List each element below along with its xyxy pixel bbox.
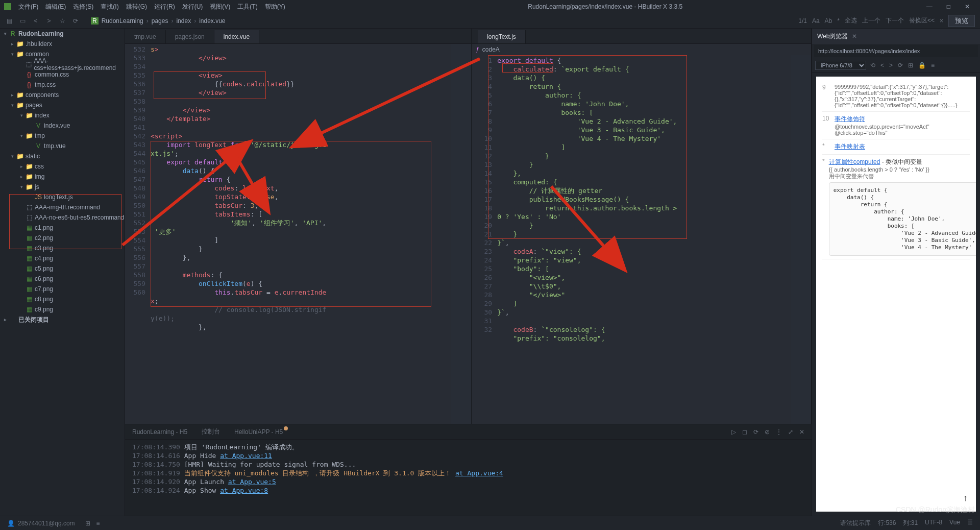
scroll-top-icon[interactable]: ↑ [963, 493, 968, 503]
close-icon[interactable]: ✕ [852, 33, 857, 40]
find-opt[interactable]: Ab [825, 17, 832, 25]
find-opt[interactable]: Aa [812, 17, 820, 25]
device-select[interactable]: iPhone 6/7/8 [815, 61, 866, 70]
phone-frame[interactable]: 999999997992,"detail":{"x":317,"y":37},"… [816, 77, 976, 512]
tree-item-static[interactable]: ▾📁static [0, 151, 125, 161]
browser-tab[interactable]: Web浏览器 ✕ [812, 29, 980, 44]
console-tab[interactable]: HelloUniAPP - H5 [234, 428, 283, 436]
device-more-icon[interactable]: ≡ [931, 62, 935, 69]
device-lock-icon[interactable]: 🔒 [918, 62, 926, 69]
console-settings-icon[interactable]: ⋮ [776, 428, 782, 436]
console-link[interactable]: at App.vue:11 [220, 452, 272, 460]
tree-item-css[interactable]: ▸📁css [0, 161, 125, 172]
console-expand-icon[interactable]: ⤢ [788, 428, 793, 436]
find-opt[interactable]: 上一个 [862, 16, 880, 25]
tree-item-pages[interactable]: ▾📁pages [0, 100, 125, 110]
tree-item-longText.js[interactable]: JSlongText.js [0, 192, 125, 202]
left-code[interactable]: s> </view> <view> {{codes.calculated}} <… [151, 44, 451, 424]
menu-帮助(Y)[interactable]: 帮助(Y) [262, 2, 288, 12]
url-bar[interactable]: http://localhost:8080/#/pages/index/inde… [814, 45, 978, 57]
find-opt[interactable]: * [837, 17, 840, 25]
link-item[interactable]: 事件修饰符 [835, 115, 865, 123]
status-item[interactable]: 行:536 [878, 519, 896, 527]
tree-item-c4.png[interactable]: ▦c4.png [0, 253, 125, 263]
function-breadcrumb[interactable]: ƒ codeA [472, 44, 811, 55]
menu-文件(F)[interactable]: 文件(F) [15, 2, 41, 12]
tree-item-c5.png[interactable]: ▦c5.png [0, 263, 125, 274]
breadcrumb-item[interactable]: pages [152, 17, 168, 25]
menu-编辑(E)[interactable]: 编辑(E) [42, 2, 69, 12]
console-refresh-icon[interactable]: ⟳ [753, 428, 758, 436]
file-tree[interactable]: ▾RRudonLearning▸📁.hbuilderx▾📁common⬚AAA-… [0, 29, 125, 516]
console-body[interactable]: 17:08:14.390 项目 'RudonLearning' 编译成功。17:… [125, 440, 812, 516]
breadcrumb-item[interactable]: RudonLearning [102, 17, 143, 25]
find-opt[interactable]: × [940, 17, 943, 25]
console-close-icon[interactable]: ✕ [799, 428, 804, 436]
tree-item-img[interactable]: ▸📁img [0, 172, 125, 182]
outline-icon[interactable]: ≡ [96, 520, 100, 527]
tree-item-c9.png[interactable]: ▦c9.png [0, 304, 125, 315]
star-icon[interactable]: ☆ [58, 17, 66, 25]
tree-item-c2.png[interactable]: ▦c2.png [0, 233, 125, 243]
console-clear-icon[interactable]: ⊘ [765, 428, 770, 436]
find-opt[interactable]: 全选 [845, 16, 857, 25]
close-button[interactable]: ✕ [961, 3, 974, 10]
tree-item-tmp.css[interactable]: {}tmp.css [0, 80, 125, 90]
nav-back-icon[interactable]: < [32, 17, 40, 25]
device-back-icon[interactable]: < [880, 62, 884, 69]
right-minimap[interactable] [791, 55, 811, 424]
breadcrumb-item[interactable]: index [176, 17, 191, 25]
tree-item-已关闭项目[interactable]: ▸已关闭项目 [0, 315, 125, 325]
status-menu-icon[interactable]: ☰ [967, 519, 973, 527]
device-fwd-icon[interactable]: > [889, 62, 893, 69]
toggle-sidebar-icon[interactable]: ▤ [5, 17, 13, 25]
tree-item-index[interactable]: ▾📁index [0, 110, 125, 121]
tree-item-js[interactable]: ▾📁js [0, 182, 125, 192]
menu-视图(V)[interactable]: 视图(V) [207, 2, 233, 12]
tree-item-c7.png[interactable]: ▦c7.png [0, 284, 125, 294]
menu-运行(R)[interactable]: 运行(R) [151, 2, 178, 12]
tree-item-c6.png[interactable]: ▦c6.png [0, 274, 125, 284]
status-item[interactable]: 语法提示库 [840, 519, 871, 527]
tab-pages.json[interactable]: pages.json [166, 30, 214, 43]
tree-item-AAA-img-ttf.recommand[interactable]: ⬚AAA-img-ttf.recommand [0, 202, 125, 212]
minimize-button[interactable]: — [922, 3, 937, 10]
tree-item-c1.png[interactable]: ▦c1.png [0, 223, 125, 233]
nav-fwd-icon[interactable]: > [45, 17, 53, 25]
breadcrumb-item[interactable]: index.vue [199, 17, 225, 25]
tab-index.vue[interactable]: index.vue [214, 30, 259, 43]
console-link[interactable]: at App.vue:8 [220, 487, 268, 494]
grid-icon[interactable]: ⊞ [85, 520, 90, 527]
menu-查找(I)[interactable]: 查找(I) [97, 2, 121, 12]
device-reload-icon[interactable]: ⟳ [898, 62, 903, 69]
tree-item-tmp[interactable]: ▾📁tmp [0, 131, 125, 141]
terminal-icon[interactable]: ▭ [18, 17, 27, 25]
menu-跳转(G)[interactable]: 跳转(G) [123, 2, 150, 12]
right-code[interactable]: export default { calculated: `export def… [497, 55, 791, 424]
device-grid-icon[interactable]: ⊞ [908, 62, 913, 69]
menu-工具(T)[interactable]: 工具(T) [234, 2, 260, 12]
tree-item-AAA-css+less+sass+js.recommend[interactable]: ⬚AAA-css+less+sass+js.recommend [0, 59, 125, 69]
maximize-button[interactable]: □ [943, 3, 954, 10]
console-run-icon[interactable]: ▷ [731, 428, 736, 436]
status-item[interactable]: UTF-8 [925, 519, 942, 527]
tree-item-c8.png[interactable]: ▦c8.png [0, 294, 125, 304]
link-item[interactable]: 事件映射表 [835, 143, 865, 150]
tree-item-.hbuilderx[interactable]: ▸📁.hbuilderx [0, 39, 125, 49]
rotate-icon[interactable]: ⟲ [870, 62, 875, 69]
console-tab[interactable]: 控制台 [202, 427, 220, 436]
tree-item-RudonLearning[interactable]: ▾RRudonLearning [0, 29, 125, 39]
find-opt[interactable]: 下一个 [886, 16, 904, 25]
preview-button[interactable]: 预览 [948, 15, 975, 27]
tree-item-components[interactable]: ▸📁components [0, 90, 125, 100]
menu-选择(S)[interactable]: 选择(S) [70, 2, 96, 12]
tree-item-tmp.vue[interactable]: Vtmp.vue [0, 141, 125, 151]
console-link[interactable]: at App.vue:4 [455, 469, 503, 477]
console-link[interactable]: at App.vue:5 [228, 478, 276, 486]
status-user[interactable]: 👤 285744011@qq.com [7, 520, 75, 527]
left-minimap[interactable] [451, 44, 471, 424]
tree-item-AAA-no-es6-but-es5.recommand[interactable]: ⬚AAA-no-es6-but-es5.recommand [0, 212, 125, 223]
tree-item-index.vue[interactable]: Vindex.vue [0, 121, 125, 131]
tree-item-c3.png[interactable]: ▦c3.png [0, 243, 125, 253]
find-opt[interactable]: 替换区<< [909, 16, 935, 25]
